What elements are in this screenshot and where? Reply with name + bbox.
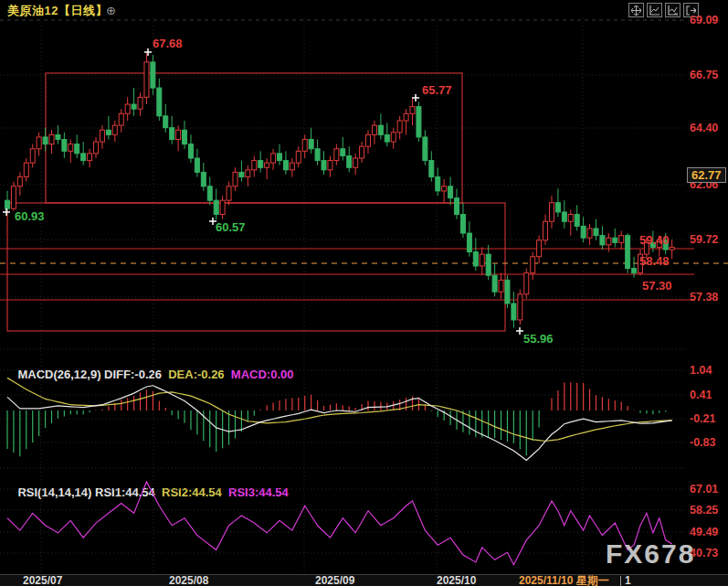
candle <box>227 186 231 200</box>
time-axis: 2025/11/10 星期一 1 2025/072025/082025/0920… <box>0 574 728 586</box>
swing-cross-marker <box>412 94 419 101</box>
candle <box>246 170 250 177</box>
candle <box>17 177 22 186</box>
candle <box>94 142 99 154</box>
candle <box>252 161 257 170</box>
diff-line <box>7 386 672 461</box>
candle <box>353 158 358 167</box>
candle <box>436 177 440 191</box>
candle <box>587 229 592 238</box>
candle <box>505 280 510 304</box>
candle <box>531 257 535 273</box>
candle <box>366 134 371 146</box>
candle <box>5 200 10 208</box>
candle <box>164 116 168 128</box>
drawn-rectangle <box>7 203 505 331</box>
candle <box>341 149 345 156</box>
fx678-watermark: FX678 <box>606 538 695 570</box>
candle <box>512 304 516 320</box>
swing-cross-marker <box>516 327 523 335</box>
candle <box>448 186 453 198</box>
candle <box>11 186 16 208</box>
candle <box>100 130 104 142</box>
candle <box>410 107 415 114</box>
candle <box>607 238 611 245</box>
candle <box>43 137 47 144</box>
candle <box>75 144 79 154</box>
candle <box>644 242 649 254</box>
chart-app: 69.0966.7564.4062.0659.7257.381.040.41-0… <box>0 0 728 586</box>
candle <box>600 236 605 245</box>
candle <box>302 140 307 152</box>
candle <box>486 254 491 275</box>
candle <box>106 130 111 134</box>
candle <box>277 154 281 161</box>
candle <box>397 121 402 133</box>
candle <box>170 128 174 140</box>
candle <box>499 280 503 292</box>
candle <box>492 275 497 292</box>
candle <box>378 125 383 134</box>
candle <box>88 154 92 161</box>
candle <box>188 144 193 158</box>
candle <box>125 104 130 113</box>
candle <box>626 236 630 269</box>
candle <box>555 203 560 212</box>
candle <box>455 198 459 215</box>
time-axis-label: 2025/09 <box>315 575 354 586</box>
candle <box>562 212 566 221</box>
time-axis-current-date: 2025/11/10 星期一 <box>519 575 609 586</box>
candle <box>49 134 54 144</box>
candle <box>480 254 484 266</box>
candle <box>632 269 637 273</box>
candlestick-chart-canvas[interactable] <box>0 0 728 586</box>
candle <box>157 88 162 116</box>
candle <box>132 104 136 109</box>
dea-line <box>7 378 672 441</box>
candle <box>442 186 447 191</box>
time-axis-label: 2025/10 <box>437 575 476 586</box>
candle <box>265 163 269 167</box>
candle <box>638 254 643 273</box>
candle <box>119 113 123 125</box>
rsi-line <box>7 482 672 565</box>
candle <box>81 154 86 161</box>
candle <box>524 273 529 294</box>
candle <box>518 294 522 320</box>
candle <box>233 172 237 186</box>
candle <box>144 62 149 97</box>
price-tag-badge: 62.77 <box>687 167 726 183</box>
candle <box>201 172 206 186</box>
candle <box>69 144 73 152</box>
candle <box>473 252 478 266</box>
candle <box>663 240 668 250</box>
candle <box>258 161 263 168</box>
candle <box>220 200 225 214</box>
candle <box>176 130 181 139</box>
swing-cross-marker <box>209 218 216 225</box>
candle <box>423 137 427 161</box>
candle <box>460 215 465 234</box>
candle <box>271 154 276 163</box>
candle <box>24 163 28 176</box>
candle <box>372 125 376 134</box>
candle <box>537 240 542 257</box>
candle <box>575 215 579 227</box>
candle <box>239 172 244 176</box>
time-axis-suffix: 1 <box>625 575 631 586</box>
candle <box>207 186 212 200</box>
candle <box>309 140 313 149</box>
candle <box>283 161 288 170</box>
candle <box>290 163 294 170</box>
candle <box>322 161 326 170</box>
candle <box>417 107 421 137</box>
candle <box>214 200 218 214</box>
candle <box>404 113 408 121</box>
candle <box>670 247 674 250</box>
candle <box>328 161 332 170</box>
candle <box>183 130 187 144</box>
candle <box>650 242 655 247</box>
candle <box>391 133 396 142</box>
time-axis-label: 2025/07 <box>23 575 62 586</box>
candle <box>334 149 339 161</box>
